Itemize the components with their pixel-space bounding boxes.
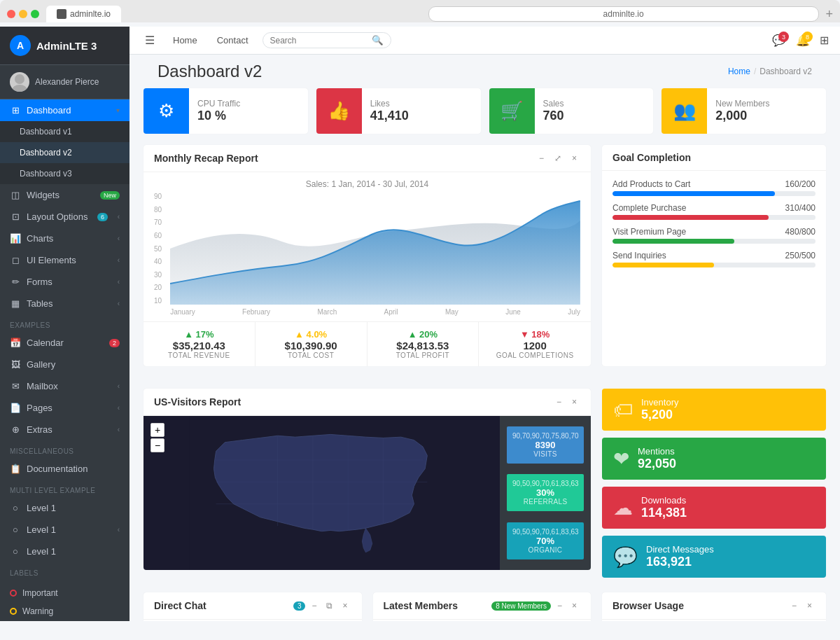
stat-cost: ▲ 4.0% $10,390.90 TOTAL COST bbox=[255, 322, 368, 366]
browser-tab[interactable]: adminlte.io bbox=[46, 6, 121, 22]
sidebar-item-mailbox[interactable]: ✉ Mailbox ‹ bbox=[0, 375, 130, 397]
top-navbar: ☰ Home Contact 🔍 💬 3 🔔 8 ⊞ bbox=[130, 27, 840, 55]
goal-value-0: 160/200 bbox=[785, 179, 816, 189]
misc-label: MISCELLANEOUS bbox=[0, 440, 130, 458]
sidebar-item-layout[interactable]: ⊡ Layout Options 6 ‹ bbox=[0, 206, 130, 228]
chat-minimize-btn[interactable]: − bbox=[308, 599, 320, 612]
docs-label: Documentation bbox=[27, 464, 88, 474]
sidebar-item-tables[interactable]: ▦ Tables ‹ bbox=[0, 293, 130, 314]
sidebar-item-ui[interactable]: ◻ UI Elements ‹ bbox=[0, 249, 130, 271]
new-tab-button[interactable]: + bbox=[826, 7, 834, 22]
sidebar-nav: ⊞ Dashboard ▾ Dashboard v1 Dashboard v2 … bbox=[0, 99, 130, 621]
dash-v3-label: Dashboard v3 bbox=[20, 169, 72, 179]
sidebar-item-extras[interactable]: ⊕ Extras ‹ bbox=[0, 419, 130, 440]
revenue-value: $35,210.43 bbox=[154, 340, 244, 352]
sidebar-item-dashboard[interactable]: ⊞ Dashboard ▾ bbox=[0, 99, 130, 121]
stats-row: ▲ 17% $35,210.43 TOTAL REVENUE ▲ 4.0% $1… bbox=[144, 321, 591, 366]
likes-label: Likes bbox=[370, 99, 409, 109]
notifications-button[interactable]: 🔔 8 bbox=[796, 34, 810, 47]
likes-value: 41,410 bbox=[370, 109, 409, 123]
members-minimize-btn[interactable]: − bbox=[554, 599, 566, 612]
line-chart-svg bbox=[170, 193, 580, 305]
svg-point-0 bbox=[15, 74, 24, 84]
sidebar-item-calendar[interactable]: 📅 Calendar 2 bbox=[0, 332, 130, 354]
direct-messages-content: Direct Messages 163,921 bbox=[646, 544, 714, 569]
visits-block: 90,70,90,70,75,80,70 8390 VISITS bbox=[507, 426, 584, 464]
sidebar-item-level1b[interactable]: ○ Level 1 ‹ bbox=[0, 519, 130, 541]
label-warning-text: Warning bbox=[22, 606, 53, 616]
browser-minimize-btn[interactable]: − bbox=[788, 599, 800, 612]
sidebar-item-forms[interactable]: ✏ Forms ‹ bbox=[0, 271, 130, 293]
chat-tools: 3 − ⧉ × bbox=[293, 599, 351, 612]
search-button[interactable]: 🔍 bbox=[372, 35, 384, 46]
members-close-btn[interactable]: × bbox=[568, 599, 580, 612]
sales-label: Sales bbox=[543, 99, 564, 109]
expand-btn[interactable]: ⤢ bbox=[551, 152, 565, 165]
sidebar-item-dashboard-v2[interactable]: Dashboard v2 bbox=[0, 142, 130, 163]
chat-copy-btn[interactable]: ⧉ bbox=[323, 599, 336, 612]
home-link[interactable]: Home bbox=[167, 32, 203, 48]
map-minimize-btn[interactable]: − bbox=[553, 396, 565, 408]
close-dot[interactable] bbox=[7, 10, 15, 18]
browser-titlebar: adminlte.io adminlte.io + bbox=[7, 6, 833, 22]
mini-card-mentions: ❤ Mentions 92,050 bbox=[602, 438, 826, 480]
organic-label: ORGANIC bbox=[512, 546, 578, 554]
label-important[interactable]: Important bbox=[0, 584, 130, 602]
sidebar-item-charts[interactable]: 📊 Charts ‹ bbox=[0, 228, 130, 249]
contact-link[interactable]: Contact bbox=[211, 32, 254, 48]
sidebar-item-dashboard-v3[interactable]: Dashboard v3 bbox=[0, 163, 130, 184]
progress-3 bbox=[612, 263, 816, 267]
charts-icon: 📊 bbox=[10, 233, 21, 244]
visits-count: 8390 bbox=[512, 440, 578, 450]
info-box-sales: 🛒 Sales 760 bbox=[489, 88, 654, 134]
breadcrumb-home[interactable]: Home bbox=[728, 67, 750, 76]
sidebar-item-dashboard-v1[interactable]: Dashboard v1 bbox=[0, 121, 130, 142]
zoom-out-button[interactable]: − bbox=[150, 438, 164, 452]
cost-percent: ▲ 4.0% bbox=[266, 329, 356, 340]
widgets-label: Widgets bbox=[27, 190, 59, 200]
docs-icon: 📋 bbox=[10, 464, 21, 474]
mentions-value: 92,050 bbox=[638, 457, 676, 471]
lower-section: Direct Chat 3 − ⧉ × bbox=[144, 592, 826, 621]
minimize-dot[interactable] bbox=[19, 10, 27, 18]
browser-close-btn[interactable]: × bbox=[804, 599, 816, 612]
messages-button[interactable]: 💬 3 bbox=[772, 34, 786, 47]
goal-value-3: 250/500 bbox=[785, 251, 816, 260]
navbar-toggler[interactable]: ☰ bbox=[141, 32, 159, 48]
address-bar[interactable]: adminlte.io bbox=[428, 6, 819, 22]
label-warning[interactable]: Warning bbox=[0, 602, 130, 620]
calendar-label: Calendar bbox=[27, 338, 64, 348]
mini-card-messages: 💬 Direct Messages 163,921 bbox=[602, 536, 826, 578]
close-btn[interactable]: × bbox=[568, 152, 580, 165]
main-content: ☰ Home Contact 🔍 💬 3 🔔 8 ⊞ bbox=[130, 27, 840, 621]
sidebar-item-widgets[interactable]: ◫ Widgets New bbox=[0, 184, 130, 206]
direct-messages-label: Direct Messages bbox=[646, 544, 714, 555]
tables-arrow: ‹ bbox=[118, 300, 120, 307]
progress-fill-1 bbox=[612, 215, 769, 220]
sidebar-item-gallery[interactable]: 🖼 Gallery bbox=[0, 354, 130, 375]
extras-arrow: ‹ bbox=[118, 426, 120, 433]
chat-close-btn[interactable]: × bbox=[339, 599, 351, 612]
maximize-dot[interactable] bbox=[31, 10, 39, 18]
referrals-count: 30% bbox=[512, 487, 578, 498]
sidebar-item-pages[interactable]: 📄 Pages ‹ bbox=[0, 397, 130, 419]
label-dot-important bbox=[10, 590, 17, 597]
messages-badge: 3 bbox=[778, 32, 789, 42]
calendar-icon: 📅 bbox=[10, 338, 21, 348]
search-input[interactable] bbox=[270, 36, 368, 46]
minimize-btn[interactable]: − bbox=[536, 152, 547, 165]
revenue-percent: ▲ 17% bbox=[154, 329, 244, 340]
sidebar-item-level1c[interactable]: ○ Level 1 bbox=[0, 541, 130, 562]
goal-value-1: 310/400 bbox=[785, 203, 816, 213]
direct-chat-card: Direct Chat 3 − ⧉ × bbox=[144, 592, 362, 621]
members-badge: 8 New Members bbox=[491, 601, 551, 611]
map-close-btn[interactable]: × bbox=[568, 396, 580, 408]
sales-value: 760 bbox=[543, 109, 564, 123]
sidebar-item-documentation[interactable]: 📋 Documentation bbox=[0, 458, 130, 480]
goal-name-2: Visit Premium Page bbox=[612, 227, 686, 237]
zoom-in-button[interactable]: + bbox=[150, 423, 164, 437]
labels-label: LABELS bbox=[0, 562, 130, 580]
label-informational[interactable]: Informational bbox=[0, 620, 130, 621]
sidebar-item-level1a[interactable]: ○ Level 1 bbox=[0, 497, 130, 519]
apps-button[interactable]: ⊞ bbox=[820, 34, 829, 47]
